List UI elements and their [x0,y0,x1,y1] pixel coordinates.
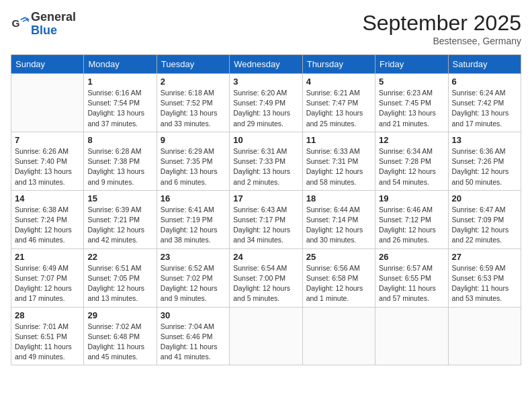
calendar-day-cell: 1Sunrise: 6:16 AMSunset: 7:54 PMDaylight… [84,74,157,132]
day-number: 22 [87,252,152,262]
day-number: 28 [15,310,80,320]
svg-text:G: G [11,17,19,29]
day-number: 2 [161,77,226,87]
day-of-week-header: Wednesday [230,55,302,74]
calendar-day-cell [230,307,302,365]
calendar-week-row: 28Sunrise: 7:01 AMSunset: 6:51 PMDayligh… [11,307,521,365]
day-details: Sunrise: 7:04 AMSunset: 6:46 PMDaylight:… [161,322,226,363]
day-of-week-header: Sunday [11,55,84,74]
day-details: Sunrise: 6:28 AMSunset: 7:38 PMDaylight:… [87,146,152,187]
day-number: 18 [306,193,371,203]
day-details: Sunrise: 6:20 AMSunset: 7:49 PMDaylight:… [233,88,298,129]
day-number: 30 [161,310,226,320]
day-number: 26 [379,252,444,262]
day-number: 13 [452,135,517,145]
title-block: September 2025 Bestensee, Germany [362,11,521,46]
day-details: Sunrise: 6:33 AMSunset: 7:31 PMDaylight:… [306,146,371,187]
calendar-day-cell [375,307,448,365]
calendar-day-cell: 21Sunrise: 6:49 AMSunset: 7:07 PMDayligh… [11,248,84,307]
calendar-day-cell [302,307,375,365]
calendar-day-cell [448,307,521,365]
calendar-day-cell [11,74,84,132]
logo-blue: Blue [31,24,76,38]
day-details: Sunrise: 6:38 AMSunset: 7:24 PMDaylight:… [15,205,80,246]
day-details: Sunrise: 6:21 AMSunset: 7:47 PMDaylight:… [306,88,371,129]
calendar-day-cell: 28Sunrise: 7:01 AMSunset: 6:51 PMDayligh… [11,307,84,365]
day-details: Sunrise: 6:24 AMSunset: 7:42 PMDaylight:… [452,88,517,129]
day-number: 14 [15,193,80,203]
day-details: Sunrise: 6:23 AMSunset: 7:45 PMDaylight:… [379,88,444,129]
day-number: 11 [306,135,371,145]
day-details: Sunrise: 6:46 AMSunset: 7:12 PMDaylight:… [379,205,444,246]
day-details: Sunrise: 6:47 AMSunset: 7:09 PMDaylight:… [452,205,517,246]
day-number: 4 [306,77,371,87]
day-details: Sunrise: 6:51 AMSunset: 7:05 PMDaylight:… [87,263,152,304]
day-details: Sunrise: 6:26 AMSunset: 7:40 PMDaylight:… [15,146,80,187]
calendar-day-cell: 5Sunrise: 6:23 AMSunset: 7:45 PMDaylight… [375,74,448,132]
calendar-week-row: 14Sunrise: 6:38 AMSunset: 7:24 PMDayligh… [11,190,521,248]
calendar-week-row: 7Sunrise: 6:26 AMSunset: 7:40 PMDaylight… [11,132,521,190]
calendar-week-row: 21Sunrise: 6:49 AMSunset: 7:07 PMDayligh… [11,248,521,307]
day-number: 10 [233,135,298,145]
day-number: 5 [379,77,444,87]
logo: G General Blue [11,11,76,38]
calendar-day-cell: 17Sunrise: 6:43 AMSunset: 7:17 PMDayligh… [230,190,302,248]
day-details: Sunrise: 6:31 AMSunset: 7:33 PMDaylight:… [233,146,298,187]
day-details: Sunrise: 6:54 AMSunset: 7:00 PMDaylight:… [233,263,298,304]
day-number: 15 [87,193,152,203]
calendar-day-cell: 16Sunrise: 6:41 AMSunset: 7:19 PMDayligh… [157,190,229,248]
day-number: 16 [161,193,226,203]
calendar-week-row: 1Sunrise: 6:16 AMSunset: 7:54 PMDaylight… [11,74,521,132]
day-details: Sunrise: 6:29 AMSunset: 7:35 PMDaylight:… [161,146,226,187]
day-number: 21 [15,252,80,262]
calendar-day-cell: 9Sunrise: 6:29 AMSunset: 7:35 PMDaylight… [157,132,229,190]
day-of-week-header: Monday [84,55,157,74]
day-details: Sunrise: 6:39 AMSunset: 7:21 PMDaylight:… [87,205,152,246]
calendar-day-cell: 4Sunrise: 6:21 AMSunset: 7:47 PMDaylight… [302,74,375,132]
day-details: Sunrise: 6:41 AMSunset: 7:19 PMDaylight:… [161,205,226,246]
calendar-day-cell: 29Sunrise: 7:02 AMSunset: 6:48 PMDayligh… [84,307,157,365]
calendar-day-cell: 27Sunrise: 6:59 AMSunset: 6:53 PMDayligh… [448,248,521,307]
day-number: 3 [233,77,298,87]
calendar-day-cell: 25Sunrise: 6:56 AMSunset: 6:58 PMDayligh… [302,248,375,307]
calendar-day-cell: 30Sunrise: 7:04 AMSunset: 6:46 PMDayligh… [157,307,229,365]
calendar-day-cell: 10Sunrise: 6:31 AMSunset: 7:33 PMDayligh… [230,132,302,190]
page-header: G General Blue September 2025 Bestensee,… [11,11,521,46]
day-details: Sunrise: 6:34 AMSunset: 7:28 PMDaylight:… [379,146,444,187]
day-of-week-header: Tuesday [157,55,229,74]
day-details: Sunrise: 6:59 AMSunset: 6:53 PMDaylight:… [452,263,517,304]
day-details: Sunrise: 7:01 AMSunset: 6:51 PMDaylight:… [15,322,80,363]
day-details: Sunrise: 6:52 AMSunset: 7:02 PMDaylight:… [161,263,226,304]
calendar-day-cell: 24Sunrise: 6:54 AMSunset: 7:00 PMDayligh… [230,248,302,307]
calendar-day-cell: 12Sunrise: 6:34 AMSunset: 7:28 PMDayligh… [375,132,448,190]
day-number: 17 [233,193,298,203]
calendar-day-cell: 15Sunrise: 6:39 AMSunset: 7:21 PMDayligh… [84,190,157,248]
day-details: Sunrise: 6:36 AMSunset: 7:26 PMDaylight:… [452,146,517,187]
calendar-day-cell: 2Sunrise: 6:18 AMSunset: 7:52 PMDaylight… [157,74,229,132]
logo-icon: G [11,15,30,34]
calendar-table: SundayMondayTuesdayWednesdayThursdayFrid… [11,54,521,365]
day-details: Sunrise: 6:49 AMSunset: 7:07 PMDaylight:… [15,263,80,304]
calendar-day-cell: 11Sunrise: 6:33 AMSunset: 7:31 PMDayligh… [302,132,375,190]
calendar-day-cell: 3Sunrise: 6:20 AMSunset: 7:49 PMDaylight… [230,74,302,132]
day-number: 27 [452,252,517,262]
day-number: 12 [379,135,444,145]
day-of-week-header: Saturday [448,55,521,74]
day-details: Sunrise: 6:57 AMSunset: 6:55 PMDaylight:… [379,263,444,304]
day-number: 25 [306,252,371,262]
calendar-header-row: SundayMondayTuesdayWednesdayThursdayFrid… [11,55,521,74]
calendar-day-cell: 8Sunrise: 6:28 AMSunset: 7:38 PMDaylight… [84,132,157,190]
day-number: 8 [87,135,152,145]
calendar-day-cell: 26Sunrise: 6:57 AMSunset: 6:55 PMDayligh… [375,248,448,307]
day-details: Sunrise: 6:18 AMSunset: 7:52 PMDaylight:… [161,88,226,129]
calendar-day-cell: 19Sunrise: 6:46 AMSunset: 7:12 PMDayligh… [375,190,448,248]
calendar-day-cell: 14Sunrise: 6:38 AMSunset: 7:24 PMDayligh… [11,190,84,248]
month-title: September 2025 [362,11,521,36]
day-details: Sunrise: 6:56 AMSunset: 6:58 PMDaylight:… [306,263,371,304]
calendar-day-cell: 7Sunrise: 6:26 AMSunset: 7:40 PMDaylight… [11,132,84,190]
day-details: Sunrise: 7:02 AMSunset: 6:48 PMDaylight:… [87,322,152,363]
day-number: 1 [87,77,152,87]
logo-general: General [31,11,76,24]
day-number: 29 [87,310,152,320]
day-number: 23 [161,252,226,262]
